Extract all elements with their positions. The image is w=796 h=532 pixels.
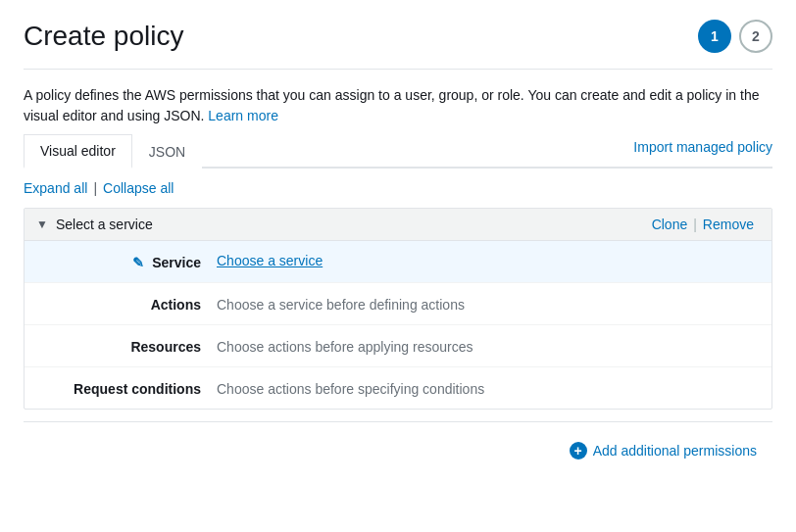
tabs-left: Visual editor JSON [24,134,202,167]
policy-row-label-text: Actions [151,297,201,313]
plus-circle-icon: + [570,442,587,459]
step-2-indicator: 2 [739,20,772,53]
chevron-down-icon: ▼ [36,218,48,231]
policy-row-value[interactable]: Choose a service [217,253,323,268]
policy-row-value: Choose actions before specifying conditi… [217,379,484,397]
step-indicators: 1 2 [698,20,772,53]
policy-row-label: Actions [40,295,217,313]
policy-row-value: Choose actions before applying resources [217,337,473,355]
add-permissions-button[interactable]: + Add additional permissions [554,434,772,467]
edit-icon[interactable]: ✎ [132,255,144,270]
policy-row-label-text: Request conditions [74,381,201,397]
tabs-row: Visual editor JSON Import managed policy [24,134,772,169]
policy-row-value: Choose a service before defining actions [217,295,465,313]
divider: | [93,180,97,196]
remove-link[interactable]: Remove [697,217,760,232]
learn-more-link[interactable]: Learn more [208,108,278,123]
policy-row-label: ✎Service [40,253,217,270]
import-managed-policy-link[interactable]: Import managed policy [633,139,772,163]
policy-row: ResourcesChoose actions before applying … [25,325,771,367]
policy-rows-container: ✎ServiceChoose a serviceActionsChoose a … [25,241,771,409]
page-title: Create policy [24,21,183,52]
policy-row: Request conditionsChoose actions before … [25,367,771,409]
policy-block: ▼ Select a service Clone | Remove ✎Servi… [24,208,772,410]
footer-row: + Add additional permissions [24,421,772,467]
description-text: A policy defines the AWS permissions tha… [24,87,759,123]
policy-row: ✎ServiceChoose a service [25,241,771,283]
description-area: A policy defines the AWS permissions tha… [24,70,772,134]
policy-block-header: ▼ Select a service Clone | Remove [25,209,771,241]
policy-row-label-text: Resources [130,339,201,355]
policy-row: ActionsChoose a service before defining … [25,283,771,325]
policy-block-actions: Clone | Remove [646,217,760,232]
policy-row-label: Resources [40,337,217,355]
policy-row-label-text: Service [152,255,201,270]
clone-link[interactable]: Clone [646,217,694,232]
add-permissions-label: Add additional permissions [593,443,757,459]
policy-block-title: Select a service [56,217,153,232]
tab-visual-editor[interactable]: Visual editor [24,134,132,169]
expand-all-link[interactable]: Expand all [24,180,87,196]
tab-json[interactable]: JSON [132,134,202,169]
policy-block-header-left: ▼ Select a service [36,217,153,232]
step-1-indicator: 1 [698,20,731,53]
expand-collapse-row: Expand all | Collapse all [24,180,772,196]
policy-row-label: Request conditions [40,379,217,397]
collapse-all-link[interactable]: Collapse all [103,180,174,196]
choose-service-link[interactable]: Choose a service [217,251,323,268]
